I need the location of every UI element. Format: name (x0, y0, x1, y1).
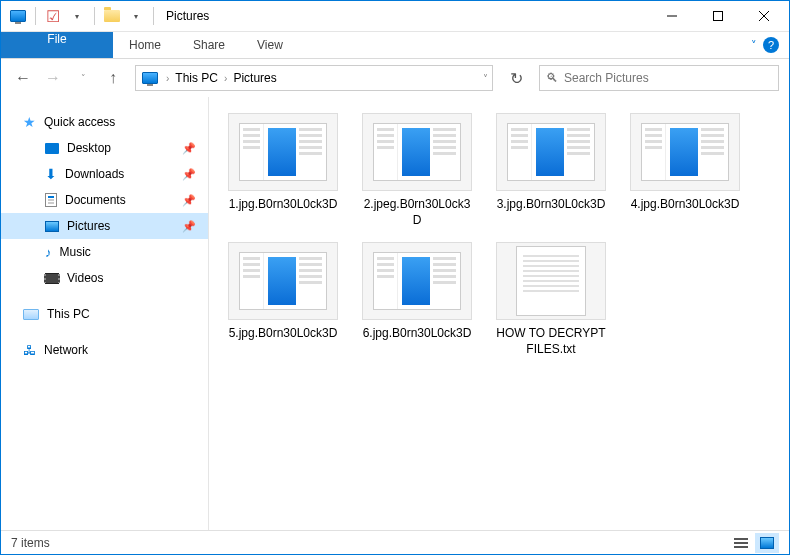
minimize-button[interactable] (649, 1, 695, 31)
pin-icon: 📌 (182, 194, 196, 207)
sidebar-item-network[interactable]: 🖧Network (1, 337, 208, 363)
sidebar-item-documents[interactable]: Documents📌 (1, 187, 208, 213)
tab-home[interactable]: Home (113, 32, 177, 58)
file-thumbnail (630, 113, 740, 191)
sidebar-item-videos[interactable]: Videos (1, 265, 208, 291)
sidebar-item-music[interactable]: ♪Music (1, 239, 208, 265)
pictures-icon (45, 221, 59, 232)
recent-dropdown-icon[interactable]: ˅ (71, 66, 95, 90)
maximize-button[interactable] (695, 1, 741, 31)
svg-rect-6 (734, 546, 748, 548)
tab-share[interactable]: Share (177, 32, 241, 58)
navigation-pane: ★Quick access Desktop📌 ⬇Downloads📌 Docum… (1, 97, 209, 530)
forward-button[interactable]: → (41, 66, 65, 90)
documents-icon (45, 193, 57, 207)
ribbon-expand-icon[interactable]: ˅ (751, 39, 757, 52)
chevron-right-icon[interactable]: › (166, 73, 169, 84)
sidebar-item-quick-access[interactable]: ★Quick access (1, 109, 208, 135)
music-icon: ♪ (45, 245, 52, 260)
tab-view[interactable]: View (241, 32, 299, 58)
sidebar-item-desktop[interactable]: Desktop📌 (1, 135, 208, 161)
downloads-icon: ⬇ (45, 166, 57, 182)
file-thumbnail (496, 242, 606, 320)
search-icon: 🔍︎ (546, 71, 558, 85)
back-button[interactable]: ← (11, 66, 35, 90)
qat-properties-icon[interactable]: ☑ (42, 5, 64, 27)
file-name: 2.jpeg.B0rn30L0ck3D (361, 197, 473, 228)
pin-icon: 📌 (182, 142, 196, 155)
file-item[interactable]: HOW TO DECRYPT FILES.txt (495, 242, 607, 357)
videos-icon (45, 273, 59, 284)
close-button[interactable] (741, 1, 787, 31)
pc-icon (23, 309, 39, 320)
app-icon (7, 5, 29, 27)
file-name: 5.jpg.B0rn30L0ck3D (229, 326, 338, 342)
file-name: 3.jpg.B0rn30L0ck3D (497, 197, 606, 213)
breadcrumb-root[interactable]: This PC (175, 71, 218, 85)
search-input[interactable]: 🔍︎ Search Pictures (539, 65, 779, 91)
sidebar-item-downloads[interactable]: ⬇Downloads📌 (1, 161, 208, 187)
qat-chevron-icon[interactable]: ▾ (66, 5, 88, 27)
refresh-button[interactable]: ↻ (503, 65, 529, 91)
help-icon[interactable]: ? (763, 37, 779, 53)
quick-access-toolbar: ☑ ▾ ▾ (7, 5, 158, 27)
file-thumbnail (228, 242, 338, 320)
main-area: ★Quick access Desktop📌 ⬇Downloads📌 Docum… (1, 97, 789, 530)
star-icon: ★ (23, 114, 36, 130)
chevron-right-icon[interactable]: › (224, 73, 227, 84)
file-name: 1.jpg.B0rn30L0ck3D (229, 197, 338, 213)
qat-folder-icon[interactable] (101, 5, 123, 27)
sidebar-item-pictures[interactable]: Pictures📌 (1, 213, 208, 239)
address-bar: ← → ˅ ↑ › This PC › Pictures ˅ ↻ 🔍︎ Sear… (1, 59, 789, 97)
file-item[interactable]: 3.jpg.B0rn30L0ck3D (495, 113, 607, 228)
pin-icon: 📌 (182, 220, 196, 233)
details-view-button[interactable] (729, 533, 753, 553)
file-item[interactable]: 4.jpg.B0rn30L0ck3D (629, 113, 741, 228)
breadcrumb-pc-icon (140, 70, 160, 86)
file-item[interactable]: 5.jpg.B0rn30L0ck3D (227, 242, 339, 357)
titlebar: ☑ ▾ ▾ Pictures (1, 1, 789, 32)
file-thumbnail (362, 242, 472, 320)
file-thumbnail (496, 113, 606, 191)
status-bar: 7 items (1, 530, 789, 555)
search-placeholder: Search Pictures (564, 71, 649, 85)
item-count: 7 items (11, 536, 50, 550)
file-item[interactable]: 6.jpg.B0rn30L0ck3D (361, 242, 473, 357)
ribbon: File Home Share View ˅ ? (1, 32, 789, 59)
window-title: Pictures (166, 9, 209, 23)
breadcrumb[interactable]: › This PC › Pictures ˅ (135, 65, 493, 91)
file-name: HOW TO DECRYPT FILES.txt (495, 326, 607, 357)
desktop-icon (45, 143, 59, 154)
pin-icon: 📌 (182, 168, 196, 181)
breadcrumb-folder[interactable]: Pictures (233, 71, 276, 85)
file-name: 4.jpg.B0rn30L0ck3D (631, 197, 740, 213)
svg-rect-5 (734, 542, 748, 544)
tab-file[interactable]: File (1, 32, 113, 58)
breadcrumb-dropdown-icon[interactable]: ˅ (483, 73, 488, 84)
file-item[interactable]: 2.jpeg.B0rn30L0ck3D (361, 113, 473, 228)
file-name: 6.jpg.B0rn30L0ck3D (363, 326, 472, 342)
sidebar-item-this-pc[interactable]: This PC (1, 301, 208, 327)
file-list[interactable]: 1.jpg.B0rn30L0ck3D2.jpeg.B0rn30L0ck3D3.j… (209, 97, 789, 530)
qat-dropdown-icon[interactable]: ▾ (125, 5, 147, 27)
network-icon: 🖧 (23, 343, 36, 358)
file-thumbnail (228, 113, 338, 191)
up-button[interactable]: ↑ (101, 66, 125, 90)
file-item[interactable]: 1.jpg.B0rn30L0ck3D (227, 113, 339, 228)
icons-view-button[interactable] (755, 533, 779, 553)
svg-rect-4 (734, 538, 748, 540)
file-thumbnail (362, 113, 472, 191)
svg-rect-1 (714, 12, 723, 21)
